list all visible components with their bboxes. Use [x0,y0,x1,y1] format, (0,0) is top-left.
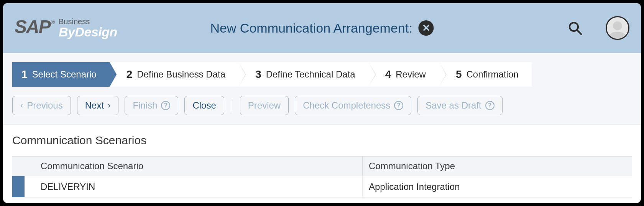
close-icon: ✕ [422,23,430,33]
separator [232,99,232,112]
step-review[interactable]: 4 Review [368,62,439,87]
step-label: Define Technical Data [266,69,355,80]
step-confirmation[interactable]: 5 Confirmation [439,62,532,87]
logo-brand: SAP [15,18,50,36]
step-number: 2 [127,68,133,81]
step-label: Confirmation [467,69,519,80]
previous-button[interactable]: ‹ Previous [12,96,71,115]
button-label: Close [192,100,216,111]
page-title: New Communication Arrangement: [210,21,412,36]
app-window: SAP ® Business ByDesign New Communicatio… [3,3,641,203]
logo: SAP ® Business ByDesign [15,18,117,38]
help-icon: ? [161,101,170,110]
wizard-steps-wrapper: 1 Select Scenario 2 Define Business Data… [3,53,641,87]
svg-point-2 [613,21,622,30]
step-select-scenario[interactable]: 1 Select Scenario [12,62,110,87]
step-define-business-data[interactable]: 2 Define Business Data [110,62,238,87]
content-area: Communication Scenarios Communication Sc… [3,125,641,203]
chevron-left-icon: ‹ [20,101,23,110]
column-header-type: Communication Type [363,157,632,176]
toolbar: ‹ Previous Next › Finish ? Close Preview… [3,87,641,125]
help-icon: ? [394,101,403,110]
section-title: Communication Scenarios [12,134,632,147]
logo-registered: ® [51,19,55,25]
step-define-technical-data[interactable]: 3 Define Technical Data [238,62,368,87]
step-number: 5 [456,68,462,81]
preview-button[interactable]: Preview [240,96,289,115]
next-button[interactable]: Next › [77,96,119,115]
step-label: Select Scenario [32,69,97,80]
wizard-steps: 1 Select Scenario 2 Define Business Data… [12,62,632,87]
chevron-right-icon: › [108,101,110,110]
close-title-button[interactable]: ✕ [419,20,434,36]
row-selected-marker [12,176,25,197]
column-header-scenario: Communication Scenario [12,157,363,176]
close-button[interactable]: Close [184,96,224,115]
search-icon[interactable] [567,20,583,36]
logo-line2: ByDesign [59,25,117,38]
button-label: Previous [27,100,62,111]
step-label: Review [396,69,426,80]
finish-button[interactable]: Finish ? [125,96,178,115]
user-avatar[interactable] [606,16,629,40]
step-number: 3 [255,68,261,81]
step-number: 1 [21,68,28,81]
table-row[interactable]: DELIVERYIN Application Integration [12,176,632,198]
cell-type: Application Integration [363,176,632,197]
step-label: Define Business Data [137,69,225,80]
cell-scenario: DELIVERYIN [25,176,363,197]
title-area: New Communication Arrangement: ✕ [210,20,434,36]
button-label: Preview [248,100,281,111]
step-number: 4 [385,68,391,81]
check-completeness-button[interactable]: Check Completeness ? [295,96,411,115]
button-label: Finish [133,100,157,111]
svg-line-1 [577,30,581,34]
button-label: Check Completeness [303,100,390,111]
table-header: Communication Scenario Communication Typ… [12,156,632,176]
save-as-draft-button[interactable]: Save as Draft ? [417,96,502,115]
button-label: Save as Draft [426,100,481,111]
logo-line1: Business [59,18,117,25]
help-icon: ? [485,101,495,110]
button-label: Next [85,100,104,111]
app-header: SAP ® Business ByDesign New Communicatio… [3,3,641,53]
